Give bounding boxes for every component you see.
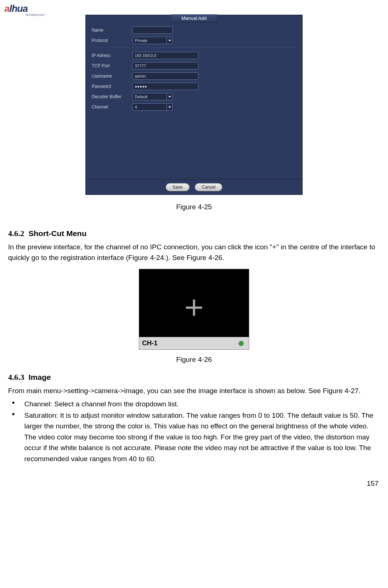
logo-letter-a: a (4, 3, 9, 14)
decoder-buffer-select[interactable]: Default (132, 93, 173, 100)
logo-rest: lhua (9, 3, 27, 14)
name-label: Name (92, 28, 132, 33)
username-input[interactable]: admin (132, 72, 198, 80)
plus-icon[interactable] (186, 300, 202, 316)
record-indicator-icon (239, 341, 244, 346)
paragraph-4-6-2: In the preview interface, for the channe… (8, 242, 380, 263)
figure-caption-4-25: Figure 4-25 (0, 203, 388, 211)
page-number: 157 (367, 480, 378, 488)
bullet-list: Channel: Select a channel from the dropd… (8, 399, 380, 464)
figure-4-26: CH-1 (139, 269, 249, 350)
ip-label: IP Adress (92, 53, 132, 58)
protocol-select[interactable]: Private (132, 37, 173, 44)
username-label: Usemame (92, 74, 132, 79)
password-label: Password (92, 84, 132, 89)
save-button[interactable]: Save (166, 183, 190, 191)
figure-caption-4-26: Figure 4-26 (0, 356, 388, 364)
preview-status-bar: CH-1 (139, 337, 249, 349)
figure-4-25: Manual Add Name Protocol Private IP Adre… (85, 15, 303, 195)
dialog-tab[interactable]: Manual Add (171, 14, 218, 22)
manual-add-dialog: Manual Add Name Protocol Private IP Adre… (85, 15, 303, 195)
divider (92, 47, 296, 48)
paragraph-4-6-3: From main menu->setting->camera->image, … (8, 386, 380, 396)
password-input[interactable]: ●●●●● (132, 83, 198, 90)
heading-4-6-3: 4.6.3 Image (8, 373, 380, 382)
logo: alhua TECHNOLOGY (4, 3, 45, 16)
protocol-label: Protocol (92, 38, 132, 43)
cancel-button[interactable]: Cancel (195, 183, 222, 191)
heading-4-6-2: 4.6.2 Short-Cut Menu (8, 229, 380, 238)
channel-select[interactable]: 4 (132, 103, 173, 111)
channel-preview[interactable]: CH-1 (139, 269, 249, 350)
ip-input[interactable]: 192.168.0.0 (132, 52, 198, 59)
channel-name: CH-1 (142, 339, 158, 347)
channel-label: Channel (92, 104, 132, 110)
decoder-buffer-label: Decoder Buffer (92, 94, 132, 99)
list-item: Saturation: It is to adjust monitor wind… (8, 410, 380, 464)
chevron-down-icon (166, 37, 172, 44)
list-item: Channel: Select a channel from the dropd… (8, 399, 380, 409)
tcp-label: TCP Port (92, 63, 132, 68)
name-input[interactable] (132, 26, 173, 34)
tcp-input[interactable]: 37777 (132, 62, 198, 70)
chevron-down-icon (166, 93, 172, 100)
chevron-down-icon (166, 104, 172, 110)
